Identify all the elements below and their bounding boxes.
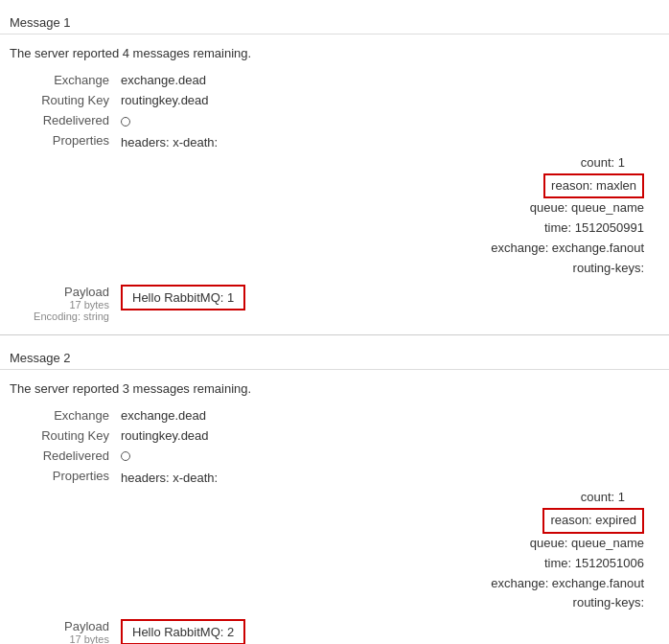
redelivered-row-1: Redelivered — [0, 110, 669, 130]
prop-queue-1: queue: queue_name — [140, 198, 663, 218]
redelivered-label: Redelivered — [0, 110, 115, 130]
payload-value-2: Hello RabbitMQ: 2 — [115, 616, 669, 644]
redelivered-value-2 — [115, 446, 669, 466]
prop-reason-1: reason: maxlen — [140, 173, 663, 199]
message-title-2: Message 2 — [0, 345, 669, 370]
exchange-row-2: Exchange exchange.dead — [0, 405, 669, 426]
routing-key-row-2: Routing Key routingkey.dead — [0, 426, 669, 446]
exchange-value-1: exchange.dead — [115, 70, 669, 90]
prop-header-2: headers: x-death: — [121, 469, 663, 489]
payload-encoding-1: Encoding: string — [6, 310, 109, 322]
exchange-row-1: Exchange exchange.dead — [0, 70, 669, 90]
prop-queue-2: queue: queue_name — [140, 534, 663, 554]
prop-reason-2: reason: expired — [140, 508, 663, 534]
payload-box-2: Hello RabbitMQ: 2 — [121, 619, 245, 644]
prop-count-1: count: 1 — [140, 153, 663, 173]
prop-header-1: headers: x-death: — [121, 133, 663, 153]
exchange-value-2: exchange.dead — [115, 405, 669, 426]
properties-row-2: Properties headers: x-death: count: 1 re… — [0, 466, 669, 617]
routing-key-row-1: Routing Key routingkey.dead — [0, 90, 669, 110]
routing-key-label: Routing Key — [0, 90, 115, 110]
prop-routing-keys-2: routing-keys: — [140, 593, 663, 613]
reason-box-2: reason: expired — [542, 508, 644, 534]
prop-time-2: time: 1512051006 — [140, 554, 663, 574]
redelivered-value-1 — [115, 110, 669, 130]
server-report-1: The server reported 4 messages remaining… — [0, 42, 669, 70]
properties-label: Properties — [0, 130, 115, 282]
properties-label: Properties — [0, 466, 115, 617]
payload-value-1: Hello RabbitMQ: 1 — [115, 282, 669, 325]
prop-exchange-2: exchange: exchange.fanout — [140, 574, 663, 594]
radio-circle-2 — [121, 451, 130, 461]
payload-label-2: Payload 17 bytes Encoding: string — [0, 616, 115, 644]
routing-key-value-2: routingkey.dead — [115, 426, 669, 446]
prop-exchange-1: exchange: exchange.fanout — [140, 239, 663, 259]
routing-key-label: Routing Key — [0, 426, 115, 446]
routing-key-value-1: routingkey.dead — [115, 90, 669, 110]
message-section-2: Message 2 The server reported 3 messages… — [0, 335, 669, 644]
properties-row-1: Properties headers: x-death: count: 1 re… — [0, 130, 669, 282]
radio-circle-1 — [121, 117, 130, 126]
prop-count-2: count: 1 — [140, 488, 663, 508]
payload-box-1: Hello RabbitMQ: 1 — [121, 285, 245, 310]
payload-label-1: Payload 17 bytes Encoding: string — [0, 282, 115, 325]
exchange-label: Exchange — [0, 70, 115, 90]
properties-value-2: headers: x-death: count: 1 reason: expir… — [115, 466, 669, 617]
payload-row-1: Payload 17 bytes Encoding: string Hello … — [0, 282, 669, 325]
prop-time-1: time: 1512050991 — [140, 218, 663, 239]
message-section-1: Message 1 The server reported 4 messages… — [0, 0, 669, 335]
server-report-2: The server reported 3 messages remaining… — [0, 378, 669, 405]
redelivered-label: Redelivered — [0, 446, 115, 466]
redelivered-row-2: Redelivered — [0, 446, 669, 466]
exchange-label: Exchange — [0, 405, 115, 426]
payload-size-1: 17 bytes — [6, 299, 109, 310]
payload-row-2: Payload 17 bytes Encoding: string Hello … — [0, 616, 669, 644]
reason-box-1: reason: maxlen — [543, 173, 644, 199]
payload-size-2: 17 bytes — [6, 633, 109, 644]
message-title-1: Message 1 — [0, 10, 669, 34]
properties-value-1: headers: x-death: count: 1 reason: maxle… — [115, 130, 669, 282]
prop-routing-keys-1: routing-keys: — [140, 259, 663, 279]
